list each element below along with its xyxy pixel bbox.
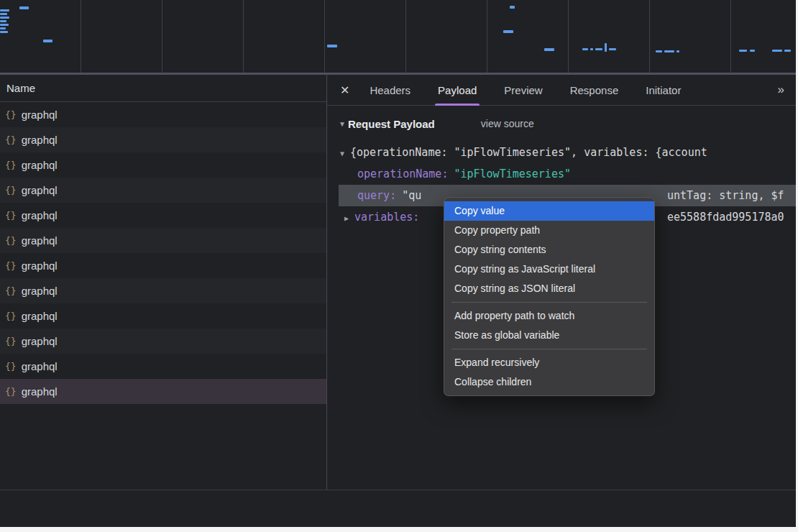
menu-item-copy-property-path[interactable]: Copy property path <box>444 221 654 240</box>
menu-item-collapse-children[interactable]: Collapse children <box>444 372 654 392</box>
request-timeline-bar[interactable] <box>582 48 588 50</box>
name-column-header[interactable]: Name <box>0 75 326 102</box>
request-row[interactable]: {}graphql <box>0 329 326 354</box>
menu-divider <box>451 302 647 303</box>
request-timeline-bar[interactable] <box>0 13 7 15</box>
request-timeline-bar[interactable] <box>595 48 602 50</box>
json-braces-icon: {} <box>5 185 17 196</box>
request-name: graphql <box>22 134 58 146</box>
json-braces-icon: {} <box>5 361 17 372</box>
section-title: Request Payload <box>348 118 435 130</box>
requests-panel: Name {}graphql{}graphql{}graphql{}graphq… <box>0 75 327 490</box>
request-name: graphql <box>22 385 58 398</box>
property-value-right: ee5588fdad995178a0 <box>667 206 784 228</box>
request-row[interactable]: {}graphql <box>0 127 326 152</box>
menu-item-add-property-path-to-watch[interactable]: Add property path to watch <box>444 306 654 326</box>
expand-triangle-icon[interactable]: ▶ <box>344 208 349 228</box>
request-name: graphql <box>22 310 58 322</box>
request-timeline-bar[interactable] <box>503 30 513 33</box>
json-braces-icon: {} <box>5 386 17 397</box>
view-source-link[interactable]: view source <box>481 118 534 129</box>
tab-response[interactable]: Response <box>567 75 622 106</box>
request-row[interactable]: {}graphql <box>0 278 326 303</box>
request-timeline-bar[interactable] <box>605 43 607 52</box>
request-timeline-bar[interactable] <box>19 6 29 9</box>
request-name: graphql <box>22 234 58 247</box>
request-row[interactable]: {}graphql <box>0 152 326 178</box>
request-timeline-bar[interactable] <box>656 50 662 52</box>
property-value: "ipFlowTimeseries" <box>454 168 571 180</box>
menu-item-copy-value[interactable]: Copy value <box>444 201 654 221</box>
json-braces-icon: {} <box>5 336 17 347</box>
request-timeline-bar[interactable] <box>0 17 9 19</box>
more-tabs-icon[interactable]: » <box>778 83 784 97</box>
json-braces-icon: {} <box>5 311 17 321</box>
request-timeline-bar[interactable] <box>739 50 747 52</box>
request-timeline-bar[interactable] <box>772 50 782 52</box>
payload-root-row[interactable]: ▼{operationName: "ipFlowTimeseries", var… <box>339 142 796 163</box>
request-name: graphql <box>22 184 58 196</box>
request-row[interactable]: {}graphql <box>0 354 326 379</box>
request-row[interactable]: {}graphql <box>0 203 326 228</box>
property-key: variables: <box>354 211 425 224</box>
property-key: operationName: <box>357 168 454 180</box>
request-timeline-bar[interactable] <box>677 50 679 52</box>
tab-preview[interactable]: Preview <box>501 75 545 106</box>
request-timeline-bar[interactable] <box>327 45 337 47</box>
request-timeline-bar[interactable] <box>544 48 554 51</box>
request-timeline-bar[interactable] <box>43 40 52 42</box>
request-timeline-bar[interactable] <box>0 27 6 29</box>
request-name: graphql <box>22 109 58 121</box>
menu-item-copy-string-as-json-literal[interactable]: Copy string as JSON literal <box>444 279 654 298</box>
json-braces-icon: {} <box>5 109 17 120</box>
request-timeline-bar[interactable] <box>590 48 593 50</box>
request-timeline-bar[interactable] <box>664 50 674 52</box>
request-name: graphql <box>22 159 58 171</box>
request-timeline-bar[interactable] <box>784 50 791 52</box>
request-row[interactable]: {}graphql <box>0 379 326 404</box>
property-value-right: untTag: string, $f <box>667 185 784 206</box>
tab-payload[interactable]: Payload <box>435 75 480 106</box>
tab-initiator[interactable]: Initiator <box>643 75 684 106</box>
request-row[interactable]: {}graphql <box>0 228 326 253</box>
context-menu: Copy valueCopy property pathCopy string … <box>444 197 655 396</box>
menu-item-copy-string-contents[interactable]: Copy string contents <box>444 240 654 260</box>
json-braces-icon: {} <box>5 260 17 271</box>
tab-headers[interactable]: Headers <box>367 75 413 106</box>
request-timeline-bar[interactable] <box>609 48 616 50</box>
request-row[interactable]: {}graphql <box>0 303 326 329</box>
overview-strip[interactable] <box>0 0 796 75</box>
json-braces-icon: {} <box>5 134 17 145</box>
request-name: graphql <box>22 209 58 221</box>
network-main-split: Name {}graphql{}graphql{}graphql{}graphq… <box>0 75 796 490</box>
request-timeline-bar[interactable] <box>0 9 9 12</box>
request-timeline-bar[interactable] <box>510 6 515 9</box>
request-timeline-bar[interactable] <box>0 24 9 26</box>
json-braces-icon: {} <box>5 285 17 296</box>
status-bottom-bar <box>0 490 796 525</box>
devtools-window: Name {}graphql{}graphql{}graphql{}graphq… <box>0 0 796 527</box>
request-payload-section-header: ▼ Request Payload view source <box>339 116 796 132</box>
close-icon[interactable]: ✕ <box>340 83 349 97</box>
request-name: graphql <box>22 360 58 372</box>
menu-item-store-as-global-variable[interactable]: Store as global variable <box>444 326 654 345</box>
request-row[interactable]: {}graphql <box>0 102 326 127</box>
network-detail-tabbar: ✕ HeadersPayloadPreviewResponseInitiator… <box>327 75 796 106</box>
request-row[interactable]: {}graphql <box>0 253 326 278</box>
request-timeline-bar[interactable] <box>0 31 8 33</box>
object-preview-text: {operationName: "ipFlowTimeseries", vari… <box>350 146 707 159</box>
property-key: query: <box>357 189 402 202</box>
menu-divider <box>451 349 647 349</box>
menu-item-copy-string-as-javascript-literal[interactable]: Copy string as JavaScript literal <box>444 260 654 279</box>
menu-item-expand-recursively[interactable]: Expand recursively <box>444 353 654 372</box>
request-row[interactable]: {}graphql <box>0 178 326 203</box>
payload-row-operationname[interactable]: operationName:"ipFlowTimeseries" <box>339 163 796 185</box>
request-timeline-bar[interactable] <box>0 20 6 22</box>
request-timeline-bar[interactable] <box>750 50 755 52</box>
property-value-left: "qu <box>402 189 421 202</box>
json-braces-icon: {} <box>5 210 17 221</box>
expand-triangle-icon[interactable]: ▼ <box>340 143 344 163</box>
request-name: graphql <box>22 260 58 272</box>
json-braces-icon: {} <box>5 160 17 170</box>
section-collapse-triangle-icon[interactable]: ▼ <box>339 120 346 128</box>
